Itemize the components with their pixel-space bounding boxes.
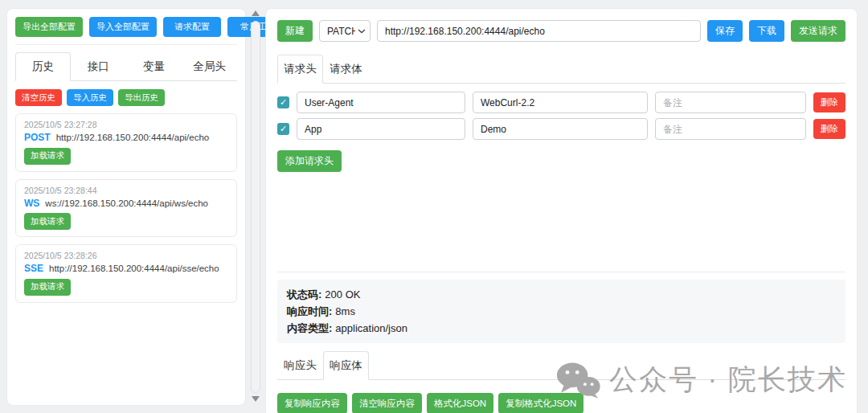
tab-api[interactable]: 接口 xyxy=(71,52,126,81)
history-item: 2025/10/5 23:28:44 WSws://192.168.150.20… xyxy=(15,179,237,238)
history-actions-row: 清空历史 导入历史 导出历史 xyxy=(15,89,237,106)
copy-formatted-json-button[interactable]: 复制格式化JSON xyxy=(498,393,583,413)
download-button[interactable]: 下载 xyxy=(749,20,784,42)
request-url-bar: 新建 PATCH 保存 下载 发送请求 xyxy=(277,20,845,42)
content-type-value: application/json xyxy=(335,322,407,334)
tab-request-body[interactable]: 请求体 xyxy=(323,55,369,84)
tab-response-headers[interactable]: 响应头 xyxy=(277,351,323,380)
history-list: 2025/10/5 23:27:28 POSThttp://192.168.15… xyxy=(15,113,237,303)
history-method: POST xyxy=(24,132,51,143)
scrollbar-thumb[interactable] xyxy=(251,21,260,393)
sidebar-tabs: 历史 接口 变量 全局头 xyxy=(15,51,237,81)
history-timestamp: 2025/10/5 23:28:26 xyxy=(24,251,228,260)
load-request-button[interactable]: 加载请求 xyxy=(24,213,71,230)
header-value-input[interactable] xyxy=(473,92,648,113)
header-name-input[interactable] xyxy=(297,118,465,140)
header-name-input[interactable] xyxy=(297,92,465,113)
copy-response-button[interactable]: 复制响应内容 xyxy=(277,393,347,413)
save-button[interactable]: 保存 xyxy=(707,20,743,42)
status-code-label: 状态码: xyxy=(287,288,321,301)
method-select-wrap: PATCH xyxy=(319,20,371,42)
new-request-button[interactable]: 新建 xyxy=(277,20,313,42)
sidebar-divider xyxy=(15,44,237,45)
scroll-up-icon[interactable] xyxy=(252,10,260,16)
tab-variables[interactable]: 变量 xyxy=(126,52,182,81)
export-history-button[interactable]: 导出历史 xyxy=(118,89,165,106)
header-note-input[interactable] xyxy=(655,92,806,113)
delete-header-button[interactable]: 删除 xyxy=(813,119,845,139)
load-request-button[interactable]: 加载请求 xyxy=(24,148,71,165)
tab-response-body[interactable]: 响应体 xyxy=(323,351,369,380)
send-request-button[interactable]: 发送请求 xyxy=(791,20,845,42)
response-divider xyxy=(277,272,845,272)
export-all-config-button[interactable]: 导出全部配置 xyxy=(15,17,83,37)
sidebar-scrollbar[interactable] xyxy=(248,8,263,406)
history-url: http://192.168.150.200:4444/api/sse/echo xyxy=(49,264,219,273)
add-header-button[interactable]: 添加请求头 xyxy=(277,150,342,172)
import-all-config-button[interactable]: 导入全部配置 xyxy=(89,17,157,37)
history-request-line: WSws://192.168.150.200:4444/api/ws/echo xyxy=(24,198,228,209)
clear-history-button[interactable]: 清空历史 xyxy=(15,89,62,106)
header-value-input[interactable] xyxy=(473,118,648,140)
response-status-box: 状态码:200 OK 响应时间:8ms 内容类型:application/jso… xyxy=(277,280,845,343)
response-time-label: 响应时间: xyxy=(287,305,332,317)
history-method: SSE xyxy=(24,263,43,274)
header-note-input[interactable] xyxy=(655,118,806,140)
method-select[interactable]: PATCH xyxy=(319,20,371,42)
tab-request-headers[interactable]: 请求头 xyxy=(277,55,323,84)
format-json-button[interactable]: 格式化JSON xyxy=(427,393,493,413)
history-request-line: POSThttp://192.168.150.200:4444/api/echo xyxy=(24,132,228,143)
delete-header-button[interactable]: 删除 xyxy=(813,92,845,112)
scroll-down-icon[interactable] xyxy=(252,396,260,402)
history-url: http://192.168.150.200:4444/api/echo xyxy=(56,133,210,142)
load-request-button[interactable]: 加载请求 xyxy=(24,279,71,296)
request-tabs: 请求头 请求体 xyxy=(277,54,845,84)
tab-global-headers[interactable]: 全局头 xyxy=(182,52,237,81)
content-type-label: 内容类型: xyxy=(287,322,332,334)
config-button-row: 导出全部配置 导入全部配置 请求配置 常用工具 xyxy=(15,17,237,37)
header-enabled-checkbox[interactable]: ✓ xyxy=(277,96,289,108)
history-timestamp: 2025/10/5 23:28:44 xyxy=(24,186,228,195)
header-row: ✓ 删除 xyxy=(277,118,845,140)
history-request-line: SSEhttp://192.168.150.200:4444/api/sse/e… xyxy=(24,263,228,274)
request-config-button[interactable]: 请求配置 xyxy=(163,17,221,37)
sidebar-panel: 导出全部配置 导入全部配置 请求配置 常用工具 历史 接口 变量 全局头 清空历… xyxy=(6,8,246,406)
status-code-value: 200 OK xyxy=(325,288,360,301)
history-url: ws://192.168.150.200:4444/api/ws/echo xyxy=(45,198,208,208)
header-row: ✓ 删除 xyxy=(277,92,845,113)
url-input[interactable] xyxy=(377,20,701,42)
header-enabled-checkbox[interactable]: ✓ xyxy=(277,123,289,135)
import-history-button[interactable]: 导入历史 xyxy=(67,89,113,106)
content-type-line: 内容类型:application/json xyxy=(287,320,836,337)
request-response-panel: 新建 PATCH 保存 下载 发送请求 请求头 请求体 ✓ 删除 ✓ 删除 xyxy=(265,8,858,413)
history-timestamp: 2025/10/5 23:27:28 xyxy=(24,120,228,129)
request-header-rows: ✓ 删除 ✓ 删除 xyxy=(277,92,845,140)
response-time-line: 响应时间:8ms xyxy=(287,303,836,320)
history-item: 2025/10/5 23:27:28 POSThttp://192.168.15… xyxy=(15,113,237,172)
history-item: 2025/10/5 23:28:26 SSEhttp://192.168.150… xyxy=(15,244,237,303)
response-time-value: 8ms xyxy=(335,305,355,317)
clear-response-button[interactable]: 清空响应内容 xyxy=(352,393,422,413)
response-actions-row: 复制响应内容 清空响应内容 格式化JSON 复制格式化JSON xyxy=(277,393,845,413)
history-method: WS xyxy=(24,198,39,209)
response-tabs: 响应头 响应体 xyxy=(277,350,845,380)
status-code-line: 状态码:200 OK xyxy=(287,286,836,303)
tab-history[interactable]: 历史 xyxy=(15,52,71,81)
